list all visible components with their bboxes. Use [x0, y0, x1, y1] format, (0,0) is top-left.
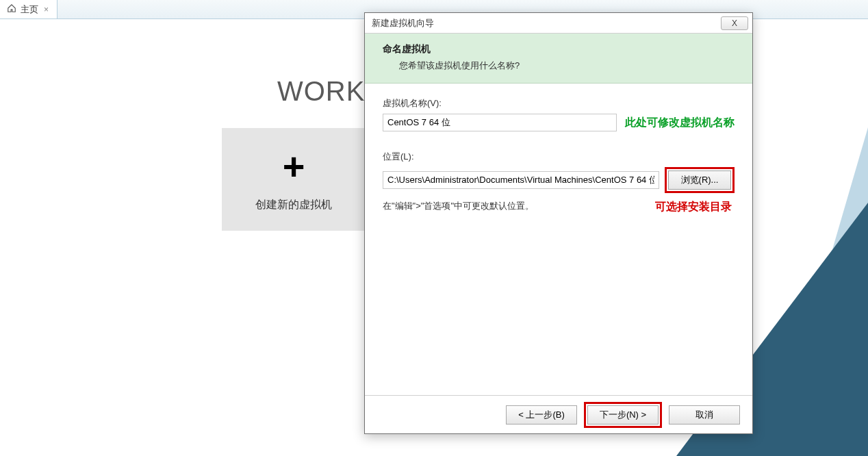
create-vm-card[interactable]: + 创建新的虚拟机	[222, 128, 366, 231]
dialog-header-subtitle: 您希望该虚拟机使用什么名称?	[383, 60, 735, 72]
dialog-footer: < 上一步(B) 下一步(N) > 取消	[365, 395, 752, 433]
close-icon: X	[732, 18, 737, 28]
tab-label: 主页	[21, 3, 38, 16]
dialog-title: 新建虚拟机向导	[372, 17, 434, 29]
vm-name-label: 虚拟机名称(V):	[383, 97, 735, 110]
vm-name-input[interactable]	[383, 114, 617, 131]
tab-close-icon[interactable]: ×	[42, 5, 50, 14]
new-vm-wizard-dialog: 新建虚拟机向导 X 命名虚拟机 您希望该虚拟机使用什么名称? 虚拟机名称(V):…	[364, 12, 753, 434]
home-icon	[7, 3, 16, 15]
next-highlight: 下一步(N) >	[584, 402, 662, 428]
dialog-close-button[interactable]: X	[721, 16, 748, 30]
create-vm-label: 创建新的虚拟机	[255, 198, 332, 212]
browse-button[interactable]: 浏览(R)...	[668, 170, 731, 190]
name-annotation: 此处可修改虚拟机名称	[625, 116, 735, 130]
location-annotation: 可选择安装目录	[655, 200, 732, 214]
dialog-title-bar: 新建虚拟机向导 X	[365, 13, 752, 34]
browse-highlight: 浏览(R)...	[665, 167, 735, 193]
workstation-title: WORK	[277, 76, 365, 107]
vm-location-label: 位置(L):	[383, 151, 735, 163]
back-button[interactable]: < 上一步(B)	[506, 405, 577, 425]
next-button[interactable]: 下一步(N) >	[587, 405, 659, 425]
tab-home[interactable]: 主页 ×	[0, 0, 58, 18]
dialog-body: 虚拟机名称(V): 此处可修改虚拟机名称 位置(L): 浏览(R)... 在"编…	[365, 84, 752, 395]
dialog-header-title: 命名虚拟机	[383, 43, 735, 55]
plus-icon: +	[283, 147, 305, 186]
vm-location-input[interactable]	[383, 171, 659, 189]
dialog-header: 命名虚拟机 您希望该虚拟机使用什么名称?	[365, 34, 752, 84]
cancel-button[interactable]: 取消	[669, 405, 740, 425]
